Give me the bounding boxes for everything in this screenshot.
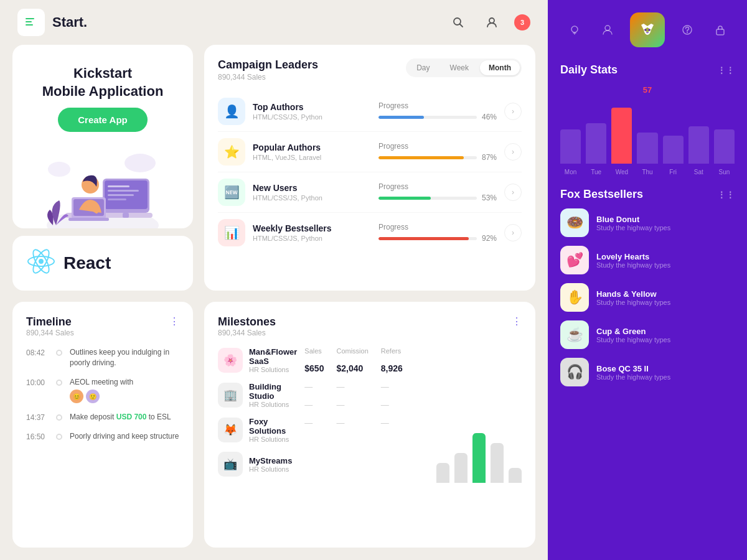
milestone-icon: 🏢 [218, 383, 243, 408]
timeline-text: Poorly driving and keep structure [70, 431, 179, 442]
timeline-menu-button[interactable]: ⋮ [169, 315, 179, 327]
notification-badge[interactable]: 3 [514, 14, 530, 30]
campaign-row-info: New Users HTML/CSS/JS, Python [253, 183, 371, 202]
bestseller-info: Lovely Hearts Study the highway types [596, 252, 735, 269]
milestone-item: 🏢 Building Studio HR Solutions [218, 382, 297, 408]
row-chevron-button[interactable]: › [504, 184, 522, 201]
svg-point-27 [644, 29, 646, 31]
campaign-row-icon: 👤 [218, 98, 245, 125]
milestone-name: Foxy Solutions [249, 417, 297, 436]
row-chevron-button[interactable]: › [504, 143, 522, 161]
campaign-row-name: New Users [253, 183, 371, 193]
bestseller-image: 🍩 [560, 208, 589, 237]
svg-point-19 [125, 154, 156, 172]
timeline-dot [56, 380, 62, 386]
chart-bar-item [436, 433, 449, 483]
bestseller-image: ✋ [560, 283, 589, 312]
milestone-info: Man&Flower SaaS HR Solutions [249, 347, 297, 373]
stat-empty: — [336, 418, 368, 427]
daily-day-label: Tue [586, 169, 606, 175]
campaign-card: Campaign Leaders 890,344 Sales Day Week … [204, 45, 535, 291]
react-label: React [63, 253, 111, 273]
timeline-dot [56, 350, 62, 356]
timeline-subtitle: 890,344 Sales [26, 329, 74, 337]
bestseller-item: 💕 Lovely Hearts Study the highway types [560, 246, 735, 274]
daily-bar-wrap [714, 98, 735, 164]
sidebar-icon-user[interactable] [596, 19, 619, 41]
milestones-header: Milestones 890,344 Sales ⋮ [218, 315, 522, 337]
progress-label: Progress [378, 182, 497, 191]
sidebar-icon-help[interactable] [676, 19, 698, 41]
timeline-items: 08:42 Outlines keep you indulging in poo… [26, 347, 179, 442]
campaign-row-progress: Progress 92% [378, 223, 497, 243]
progress-pct: 87% [482, 153, 497, 162]
milestone-sub: HR Solutions [249, 465, 292, 473]
daily-labels: MonTueWedThuFriSatSun [560, 169, 735, 175]
bestseller-subtitle: Study the highway types [596, 336, 735, 343]
stat-empty: — [381, 418, 403, 427]
timeline-time: 16:50 [26, 431, 49, 441]
campaign-row-progress: Progress 53% [378, 182, 497, 202]
daily-bar-wrap [663, 98, 684, 164]
milestones-body: 🌸 Man&Flower SaaS HR Solutions 🏢 Buildin… [218, 347, 522, 485]
stat-empty: — [304, 400, 324, 409]
chart-bar-item [509, 433, 522, 483]
timeline-content: AEOL meeting with 😊 🙂 [70, 377, 133, 404]
sidebar-icon-bulb[interactable] [563, 19, 586, 41]
tab-month[interactable]: Month [480, 60, 520, 75]
sidebar: Daily Stats ⋮⋮ 57 MonTueWedThuFriSatSun … [548, 0, 747, 560]
milestone-icon: 📺 [218, 452, 243, 477]
chart-bar [491, 443, 504, 483]
daily-day-label: Sat [688, 169, 709, 175]
progress-pct: 46% [482, 113, 497, 121]
sidebar-icon-lock[interactable] [709, 19, 731, 41]
svg-line-4 [460, 24, 463, 27]
svg-point-25 [571, 26, 578, 32]
daily-bar-wrap [560, 98, 581, 164]
bestseller-name: Bose QC 35 II [596, 364, 735, 373]
daily-bar-wrap [688, 98, 709, 164]
timeline-avatars: 😊 🙂 [70, 390, 133, 403]
campaign-row-tags: HTML/CSS/JS, Python [253, 113, 371, 121]
header: Start. 3 [0, 0, 548, 45]
daily-bar-wrap [586, 98, 606, 164]
bestseller-info: Cup & Green Study the highway types [596, 327, 735, 343]
campaign-title-group: Campaign Leaders 890,344 Sales [218, 58, 318, 82]
milestone-stat-col: Comission$2,040——— [336, 347, 368, 485]
sidebar-icon-fox[interactable] [630, 12, 665, 47]
peak-value: 57 [643, 85, 652, 95]
daily-bar-wrap [637, 98, 657, 164]
header-right: 3 [447, 11, 530, 34]
bestsellers-menu[interactable]: ⋮⋮ [717, 190, 735, 200]
campaign-row-info: Top Authors HTML/CSS/JS, Python [253, 102, 371, 121]
timeline-title: Timeline [26, 315, 74, 329]
milestones-menu-button[interactable]: ⋮ [512, 315, 522, 327]
timeline-text: AEOL meeting with [70, 377, 133, 388]
timeline-card: Timeline 890,344 Sales ⋮ 08:42 Outlines … [12, 302, 193, 548]
campaign-row-tags: HTML, VueJS, Laravel [253, 154, 371, 161]
search-icon[interactable] [447, 11, 469, 34]
row-chevron-button[interactable]: › [504, 224, 522, 241]
user-icon[interactable] [481, 11, 503, 34]
milestone-info: MyStreams HR Solutions [249, 456, 292, 473]
progress-bar-wrap: 92% [378, 234, 497, 243]
content-grid: KickstartMobile Application Create App [0, 45, 548, 560]
chart-bar [472, 433, 486, 483]
svg-rect-1 [26, 21, 32, 22]
create-app-button[interactable]: Create App [58, 108, 147, 132]
tab-week[interactable]: Week [441, 60, 477, 75]
daily-bar [586, 123, 606, 164]
daily-stats-menu[interactable]: ⋮⋮ [717, 65, 735, 75]
timeline-content: Poorly driving and keep structure [70, 431, 179, 442]
stat-value: $2,040 [336, 363, 368, 373]
milestone-sub: HR Solutions [249, 401, 297, 408]
row-chevron-button[interactable]: › [504, 103, 522, 120]
daily-stats-title: Daily Stats ⋮⋮ [560, 63, 735, 77]
svg-rect-0 [26, 18, 34, 19]
milestones-subtitle: 890,344 Sales [218, 329, 276, 337]
campaign-row-name: Weekly Bestsellers [253, 223, 371, 233]
tab-day[interactable]: Day [408, 60, 438, 75]
progress-pct: 92% [482, 234, 497, 243]
progress-bar [378, 156, 477, 159]
kickstart-card: KickstartMobile Application Create App [12, 45, 193, 228]
